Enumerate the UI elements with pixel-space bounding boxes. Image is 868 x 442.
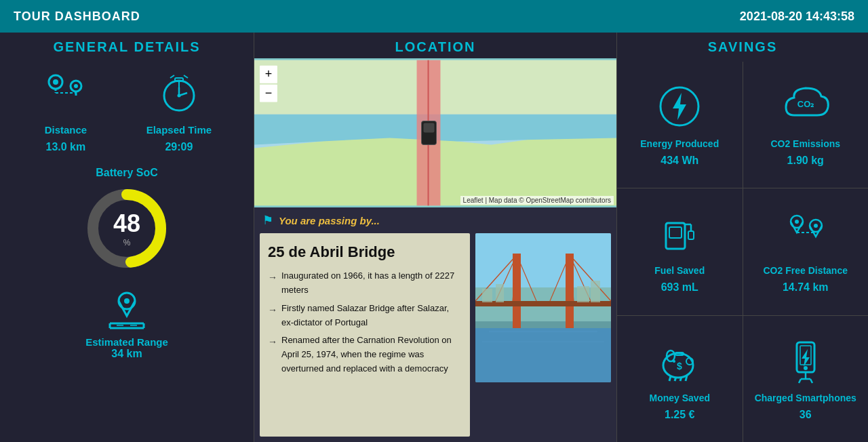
poi-bridge-image [475, 233, 611, 382]
arrow-icon-3: → [268, 334, 277, 349]
battery-percent-display: 48 % [113, 209, 140, 247]
svg-line-82 [810, 379, 812, 383]
poi-header: ⚑ You are passing by... [254, 207, 616, 233]
location-panel: LOCATION + [254, 33, 617, 442]
range-value: 34 km [111, 348, 142, 360]
svg-rect-56 [669, 227, 682, 238]
elapsed-time-block: Elapsed Time 29:09 [146, 68, 212, 153]
svg-line-72 [680, 377, 682, 381]
energy-label: Energy Produced [640, 138, 719, 149]
svg-point-18 [124, 298, 130, 304]
fuel-saved-cell: Fuel Saved 693 mL [617, 188, 743, 315]
energy-value: 434 Wh [660, 155, 698, 167]
co2-free-cell: CO2 Free Distance 14.74 km [743, 188, 869, 315]
svg-point-61 [795, 220, 799, 224]
arrow-icon-2: → [268, 302, 277, 317]
datetime-display: 2021-08-20 14:43:58 [740, 9, 854, 24]
battery-unit: % [113, 238, 140, 247]
distance-label: Distance [45, 124, 87, 136]
fuel-icon [656, 209, 703, 260]
poi-fact-text-3: Renamed after the Carnation Revolution o… [281, 334, 462, 376]
poi-flag-icon: ⚑ [262, 213, 273, 228]
arrow-icon-1: → [268, 270, 277, 285]
poi-section: ⚑ You are passing by... 25 de Abril Brid… [254, 207, 616, 442]
poi-fact-1: → Inaugurated on 1966, it has a length o… [268, 269, 462, 298]
svg-rect-49 [496, 284, 504, 302]
svg-rect-59 [688, 231, 694, 239]
distance-value: 13.0 km [46, 141, 86, 153]
battery-label: Battery SoC [96, 167, 158, 179]
poi-fact-text-2: Firstly named Salazar Bridge after Salaz… [281, 302, 462, 330]
main-layout: GENERAL DETAILS Distance [0, 33, 868, 442]
svg-point-5 [74, 84, 78, 88]
general-details-panel: GENERAL DETAILS Distance [0, 33, 254, 442]
poi-fact-text-1: Inaugurated on 1966, it has a length of … [281, 269, 462, 298]
range-icon [103, 286, 151, 336]
location-title: LOCATION [254, 33, 616, 58]
savings-panel: SAVINGS Energy Produced 434 Wh [617, 33, 868, 442]
distance-time-row: Distance 13.0 km [0, 62, 254, 160]
co2-value: 1.90 kg [787, 155, 824, 167]
svg-point-64 [814, 224, 818, 228]
co2-free-label: CO2 Free Distance [764, 265, 848, 276]
money-saved-cell: $ Money Saved 1.25 € [617, 316, 743, 442]
money-value: 1.25 € [665, 409, 694, 421]
header: TOUR DASHBOARD 2021-08-20 14:43:58 [0, 0, 868, 33]
svg-rect-26 [424, 123, 435, 133]
energy-produced-cell: Energy Produced 434 Wh [617, 62, 743, 188]
svg-marker-78 [802, 349, 810, 367]
energy-icon [656, 83, 703, 133]
smartphone-icon [782, 337, 829, 387]
co2-free-value: 14.74 km [783, 281, 829, 294]
savings-title: SAVINGS [617, 33, 868, 62]
svg-text:−: − [265, 86, 272, 100]
battery-section: Battery SoC 48 % [83, 167, 171, 273]
co2-free-icon [782, 209, 829, 260]
poi-passing-label: You are passing by... [279, 215, 380, 226]
svg-point-77 [804, 366, 808, 370]
map-attribution: Leaflet | Map data © OpenStreetMap contr… [460, 196, 614, 205]
svg-point-1 [53, 79, 58, 85]
elapsed-value: 29:09 [165, 141, 193, 153]
battery-donut: 48 % [83, 184, 171, 273]
co2-label: CO2 Emissions [770, 138, 840, 149]
svg-text:+: + [265, 67, 272, 81]
poi-content: 25 de Abril Bridge → Inaugurated on 1966… [254, 233, 616, 442]
svg-rect-33 [475, 321, 611, 382]
svg-line-71 [675, 377, 676, 381]
elapsed-label: Elapsed Time [146, 124, 212, 136]
svg-point-14 [177, 94, 180, 98]
poi-name: 25 de Abril Bridge [268, 240, 462, 264]
smartphones-value: 36 [800, 409, 812, 421]
map-area: + − Leaflet | Map data © OpenStreetMap c… [254, 58, 616, 207]
svg-text:$: $ [677, 361, 682, 371]
poi-fact-3: → Renamed after the Carnation Revolution… [268, 334, 462, 376]
range-section: Estimated Range 34 km [85, 286, 168, 360]
app-title: TOUR DASHBOARD [14, 9, 140, 24]
range-label: Estimated Range [85, 336, 168, 348]
money-label: Money Saved [650, 393, 710, 403]
savings-grid: Energy Produced 434 Wh CO₂ CO2 Emissions… [617, 62, 868, 442]
general-details-title: GENERAL DETAILS [53, 39, 200, 55]
fuel-label: Fuel Saved [654, 265, 705, 276]
co2-emissions-cell: CO₂ CO2 Emissions 1.90 kg [743, 62, 869, 188]
svg-rect-51 [591, 281, 600, 302]
svg-marker-53 [673, 93, 686, 120]
svg-line-13 [184, 75, 188, 78]
poi-fact-2: → Firstly named Salazar Bridge after Sal… [268, 302, 462, 330]
svg-line-73 [686, 376, 687, 381]
poi-text-area: 25 de Abril Bridge → Inaugurated on 1966… [260, 233, 470, 437]
svg-line-81 [799, 379, 801, 383]
svg-line-12 [170, 75, 174, 78]
svg-text:CO₂: CO₂ [797, 99, 814, 109]
fuel-value: 693 mL [661, 281, 698, 294]
money-icon: $ [656, 337, 703, 387]
svg-rect-48 [482, 289, 492, 302]
timer-icon [155, 68, 203, 119]
smartphones-label: Charged Smartphones [755, 393, 856, 403]
svg-rect-50 [577, 286, 589, 302]
distance-icon [42, 68, 90, 119]
charged-smartphones-cell: Charged Smartphones 36 [743, 316, 869, 442]
co2-icon: CO₂ [782, 83, 829, 133]
battery-percent-value: 48 [113, 209, 140, 238]
